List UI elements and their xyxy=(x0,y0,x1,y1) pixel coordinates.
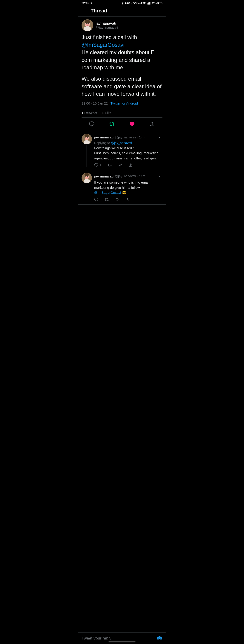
mention-link[interactable]: @ImSagarGosavi xyxy=(82,42,124,48)
tweet-meta-separator: · xyxy=(109,102,110,105)
reply-left-col xyxy=(82,134,92,167)
reply-avatar-image-2 xyxy=(82,173,92,183)
back-button[interactable]: ← xyxy=(82,8,87,14)
svg-rect-2 xyxy=(148,2,149,4)
bluetooth-icon xyxy=(121,2,124,5)
page-title: Thread xyxy=(91,8,107,14)
twitter-client-link[interactable]: Twitter for Android xyxy=(110,102,138,105)
svg-point-27 xyxy=(87,176,88,177)
reply-reply-button-1[interactable]: 1 xyxy=(94,163,101,167)
author-handle: @jay_nanavati xyxy=(96,26,118,29)
stats-row: 1 Retweet 1 Like xyxy=(82,108,162,118)
svg-point-19 xyxy=(85,137,86,138)
reply-share-button-1[interactable] xyxy=(129,163,133,167)
reply-like-icon-1 xyxy=(118,163,122,167)
more-options-button[interactable]: ⋯ xyxy=(157,20,162,26)
reply-button[interactable] xyxy=(87,120,97,128)
status-left: 22:15 ♥ xyxy=(82,1,92,5)
author-name: jay nanavati xyxy=(96,22,118,26)
reply-handle-1: @jay_nanavati xyxy=(115,136,136,139)
reply-more-button-2[interactable]: ⋯ xyxy=(157,173,162,180)
thread-line-1 xyxy=(87,145,87,167)
reply-share-icon-1 xyxy=(129,163,133,167)
share-icon xyxy=(150,121,155,127)
retweet-button[interactable] xyxy=(107,120,117,128)
retweet-stat[interactable]: 1 Retweet xyxy=(82,111,97,115)
reply-content-2: jay nanavati @jay_nanavati · 14m ⋯ If yo… xyxy=(94,173,162,202)
reply-more-button-1[interactable]: ⋯ xyxy=(157,134,162,141)
svg-rect-7 xyxy=(158,2,159,4)
gesture-bar xyxy=(78,640,166,644)
tweet-text-prefix: Just finished a call with xyxy=(82,34,137,40)
reply-item: jay nanavati @jay_nanavati · 14m ⋯ Reply… xyxy=(78,131,166,170)
reply-like-button-1[interactable] xyxy=(118,163,122,167)
reply-time-1: · 14m xyxy=(137,136,145,139)
tweet-meta: 22:00 · 10 Jan 22 · Twitter for Android xyxy=(82,102,162,105)
replying-to-mention-1[interactable]: @jay_nanavati xyxy=(111,141,132,145)
like-count: 1 xyxy=(102,111,104,115)
like-stat[interactable]: 1 Like xyxy=(102,111,112,115)
retweet-label: Retweet xyxy=(85,111,98,115)
reply-share-icon-2 xyxy=(125,198,129,202)
reply-text-2: If you are someone who is into email mar… xyxy=(94,180,162,195)
reply-avatar-2 xyxy=(82,173,92,183)
svg-rect-1 xyxy=(148,3,148,4)
header: ← Thread xyxy=(78,6,166,17)
svg-point-20 xyxy=(87,137,88,138)
reply-reply-icon-2 xyxy=(94,198,98,202)
reply-reply-button-2[interactable] xyxy=(94,198,98,202)
svg-point-21 xyxy=(85,134,89,137)
reply-avatar-image-1 xyxy=(82,134,92,144)
reply-reply-icon-1 xyxy=(94,163,98,167)
retweet-count: 1 xyxy=(82,111,83,115)
reply-mention-2[interactable]: @ImSagarGosavi xyxy=(94,190,121,194)
reply-time-2: · 14m xyxy=(137,174,145,178)
share-button[interactable] xyxy=(147,120,157,128)
reply-thread: jay nanavati @jay_nanavati · 14m ⋯ Reply… xyxy=(78,131,166,204)
replying-to-1: Replying to @jay_nanavati xyxy=(94,141,162,145)
reply-name-1: jay nanavati xyxy=(94,135,114,139)
avatar-image xyxy=(82,20,93,31)
battery-percent: 36% xyxy=(152,2,157,4)
reply-retweet-icon-2 xyxy=(105,198,109,202)
reply-retweet-button-2[interactable] xyxy=(105,198,109,202)
reply-name-2: jay nanavati xyxy=(94,174,114,178)
reply-author-2: jay nanavati @jay_nanavati · 14m xyxy=(94,174,145,178)
reply-item-2: jay nanavati @jay_nanavati · 14m ⋯ If yo… xyxy=(78,170,166,204)
svg-point-14 xyxy=(85,20,90,24)
reply-like-button-2[interactable] xyxy=(115,198,119,202)
like-button[interactable] xyxy=(127,120,137,128)
svg-rect-0 xyxy=(147,4,147,4)
signal-icon xyxy=(147,2,151,5)
reply-author-1: jay nanavati @jay_nanavati · 14m xyxy=(94,135,145,139)
reply-retweet-icon-1 xyxy=(108,163,112,167)
reply-left-col-2 xyxy=(82,173,92,202)
reply-share-button-2[interactable] xyxy=(125,198,129,202)
status-bar: 22:15 ♥ 0.87 KB/S Vo LTE 36% xyxy=(78,0,166,6)
tweet-text-main: Just finished a call with @ImSagarGosavi… xyxy=(82,34,162,71)
reply-retweet-button-1[interactable] xyxy=(108,163,112,167)
reply-header-2: jay nanavati @jay_nanavati · 14m ⋯ xyxy=(94,173,162,180)
tweet-text-secondary: We also discussed email software and gav… xyxy=(82,75,162,98)
avatar xyxy=(82,20,93,31)
svg-point-28 xyxy=(85,173,89,176)
time: 22:15 xyxy=(82,1,89,5)
svg-rect-3 xyxy=(149,2,150,4)
bottom-spacer xyxy=(78,204,166,220)
author-info: jay nanavati @jay_nanavati xyxy=(82,20,118,31)
tweet-timestamp: 22:00 · 10 Jan 22 xyxy=(82,102,108,105)
reply-content-1: jay nanavati @jay_nanavati · 14m ⋯ Reply… xyxy=(94,134,162,167)
battery-icon xyxy=(157,2,162,4)
svg-point-26 xyxy=(85,176,86,177)
status-right: 0.87 KB/S Vo LTE 36% xyxy=(121,2,162,5)
reply-handle-2: @jay_nanavati xyxy=(115,174,136,178)
svg-rect-4 xyxy=(150,2,150,4)
author-row: jay nanavati @jay_nanavati ⋯ xyxy=(82,20,162,31)
volte: Vo LTE xyxy=(138,2,146,4)
author-name-handle: jay nanavati @jay_nanavati xyxy=(96,22,118,29)
gesture-indicator xyxy=(108,641,136,642)
main-tweet: jay nanavati @jay_nanavati ⋯ Just finish… xyxy=(78,17,166,131)
reply-actions-1: 1 xyxy=(94,163,162,167)
svg-rect-6 xyxy=(162,2,162,4)
heart-icon: ♥ xyxy=(90,1,92,5)
